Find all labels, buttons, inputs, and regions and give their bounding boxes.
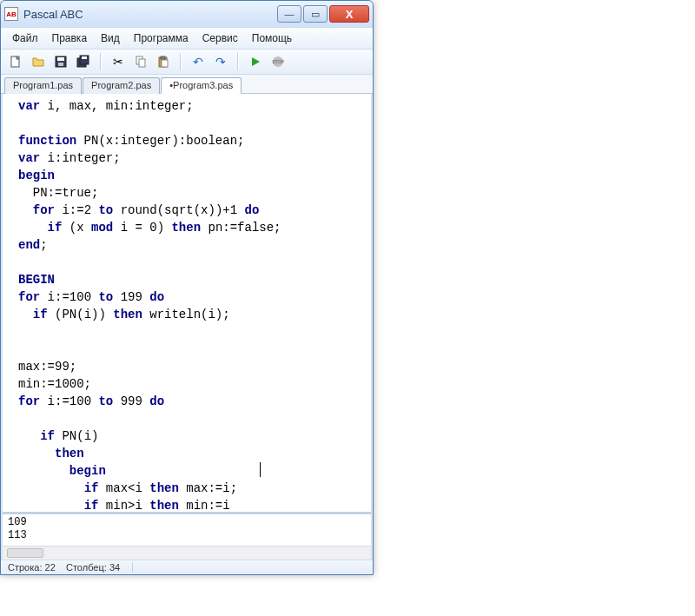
menu-service[interactable]: Сервис (196, 30, 244, 46)
tabbar: Program1.pas Program2.pas •Program3.pas (1, 75, 373, 94)
toolbar-separator (237, 53, 239, 70)
close-button[interactable]: X (329, 5, 369, 23)
status-right (132, 562, 288, 573)
menu-program[interactable]: Программа (128, 30, 195, 46)
copy-icon[interactable] (131, 52, 150, 71)
toolbar-separator (100, 53, 102, 70)
titlebar[interactable]: AB Pascal ABC — ▭ X (1, 1, 373, 27)
redo-icon[interactable]: ↷ (211, 52, 230, 71)
svg-rect-6 (82, 56, 87, 59)
app-window: AB Pascal ABC — ▭ X Файл Правка Вид Прог… (0, 0, 374, 575)
svg-rect-10 (161, 56, 165, 59)
status-line: Строка: 22 Столбец: 34 (8, 562, 132, 573)
text-caret (260, 462, 261, 477)
undo-icon[interactable]: ↶ (189, 52, 208, 71)
window-title: Pascal ABC (23, 8, 277, 21)
minimize-button[interactable]: — (277, 5, 301, 23)
output-line: 113 (8, 529, 366, 542)
open-file-icon[interactable] (29, 52, 48, 71)
paste-icon[interactable] (154, 52, 173, 71)
editor-area: var i, max, min:integer; function PN(x:i… (1, 94, 373, 560)
svg-text:STOP: STOP (272, 59, 284, 64)
svg-rect-11 (162, 60, 168, 67)
cut-icon[interactable]: ✂ (109, 52, 128, 71)
svg-rect-3 (58, 63, 63, 66)
toolbar-separator (180, 53, 182, 70)
window-controls: — ▭ X (277, 5, 369, 23)
tab-program1[interactable]: Program1.pas (4, 77, 82, 94)
save-icon[interactable] (51, 52, 70, 71)
tab-program2[interactable]: Program2.pas (83, 77, 160, 94)
horizontal-scrollbar[interactable] (3, 546, 371, 560)
stop-icon[interactable]: STOP (268, 52, 288, 71)
save-all-icon[interactable] (74, 52, 93, 71)
menu-edit[interactable]: Правка (46, 30, 94, 46)
output-line: 109 (8, 516, 366, 529)
menubar: Файл Правка Вид Программа Сервис Помощь (1, 27, 373, 50)
output-panel[interactable]: 109113 (3, 512, 371, 546)
new-file-icon[interactable] (6, 52, 25, 71)
run-icon[interactable] (246, 52, 265, 71)
svg-rect-8 (139, 59, 145, 67)
toolbar: ✂ ↶ ↷ STOP (1, 50, 373, 75)
scrollbar-thumb[interactable] (7, 548, 43, 558)
statusbar: Строка: 22 Столбец: 34 (1, 560, 373, 574)
svg-rect-2 (57, 57, 64, 61)
code-editor[interactable]: var i, max, min:integer; function PN(x:i… (3, 94, 371, 512)
menu-view[interactable]: Вид (95, 30, 126, 46)
app-icon: AB (4, 7, 18, 21)
maximize-button[interactable]: ▭ (303, 5, 328, 23)
menu-help[interactable]: Помощь (246, 30, 298, 46)
tab-program3[interactable]: •Program3.pas (161, 77, 242, 94)
menu-file[interactable]: Файл (6, 30, 44, 46)
